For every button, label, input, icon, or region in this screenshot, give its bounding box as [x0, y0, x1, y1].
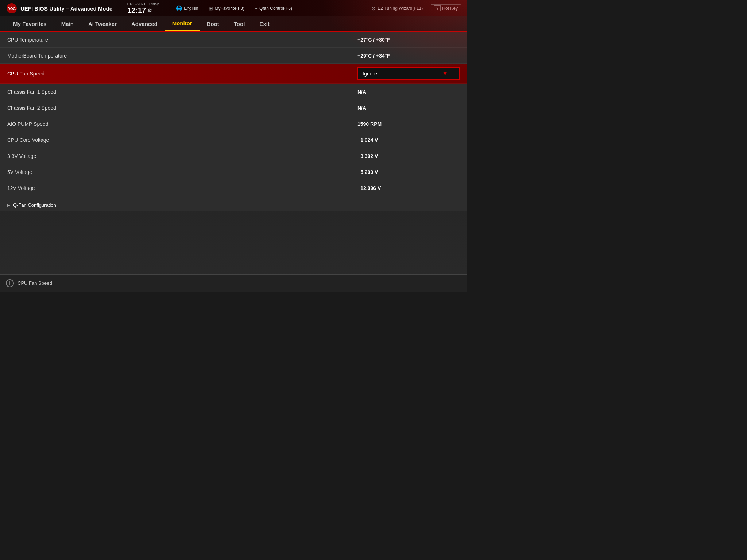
rog-icon: ROG	[6, 3, 18, 14]
info-bar: i CPU Fan Speed	[0, 274, 467, 292]
nav-tool[interactable]: Tool	[227, 16, 252, 31]
33v-voltage-label: 3.3V Voltage	[7, 153, 357, 159]
cpu-temperature-label: CPU Temperature	[7, 37, 357, 43]
date-text: 01/22/2021 Friday	[127, 2, 159, 6]
section-divider	[7, 198, 460, 198]
qfan-btn[interactable]: ⌁ Qfan Control(F6)	[252, 4, 294, 12]
cpu-core-voltage-value: +1.024 V	[357, 137, 460, 143]
info-icon-text: i	[9, 280, 11, 286]
5v-voltage-value: +5.200 V	[357, 169, 460, 175]
datetime-block: 01/22/2021 Friday 12:17 ⚙	[127, 2, 159, 15]
date-value: 01/22/2021	[127, 2, 146, 6]
nav-ai-tweaker[interactable]: Ai Tweaker	[81, 16, 124, 31]
nav-boot[interactable]: Boot	[200, 16, 227, 31]
section-expand-icon: ▶	[7, 203, 10, 207]
33v-voltage-value: +3.392 V	[357, 153, 460, 159]
chassis-fan2-value: N/A	[357, 105, 460, 111]
cpu-fan-speed-dropdown-value: Ignore	[363, 71, 377, 77]
myfavorite-label: MyFavorite(F3)	[215, 6, 244, 11]
chassis-fan1-value: N/A	[357, 89, 460, 95]
bios-title: UEFI BIOS Utility – Advanced Mode	[20, 5, 112, 12]
5v-voltage-row: 5V Voltage +5.200 V	[0, 164, 467, 180]
aio-pump-value: 1590 RPM	[357, 121, 460, 127]
12v-voltage-label: 12V Voltage	[7, 185, 357, 191]
cpu-core-voltage-row: CPU Core Voltage +1.024 V	[0, 132, 467, 148]
header-divider-2	[166, 3, 166, 14]
bios-window: ROG UEFI BIOS Utility – Advanced Mode 01…	[0, 0, 467, 292]
info-icon: i	[6, 279, 14, 287]
myfavorite-icon: ⊞	[209, 5, 213, 11]
chassis-fan2-row: Chassis Fan 2 Speed N/A	[0, 100, 467, 116]
5v-voltage-label: 5V Voltage	[7, 169, 357, 175]
time-value: 12:17	[127, 6, 146, 15]
rog-logo: ROG UEFI BIOS Utility – Advanced Mode	[6, 3, 112, 14]
chassis-fan1-row: Chassis Fan 1 Speed N/A	[0, 84, 467, 100]
time-display: 12:17 ⚙	[127, 6, 152, 15]
12v-voltage-value: +12.096 V	[357, 185, 460, 191]
svg-text:ROG: ROG	[8, 7, 16, 11]
language-btn[interactable]: 🌐 English	[174, 4, 200, 12]
qfan-label: Qfan Control(F6)	[259, 6, 292, 11]
nav-main[interactable]: Main	[54, 16, 81, 31]
qfan-config-section[interactable]: ▶ Q-Fan Configuration	[0, 199, 467, 211]
chassis-fan1-label: Chassis Fan 1 Speed	[7, 89, 357, 95]
cpu-core-voltage-label: CPU Core Voltage	[7, 137, 357, 143]
nav-exit[interactable]: Exit	[252, 16, 277, 31]
nav-advanced[interactable]: Advanced	[124, 16, 165, 31]
dropdown-arrow-icon: ▼	[442, 70, 448, 77]
33v-voltage-row: 3.3V Voltage +3.392 V	[0, 148, 467, 164]
cpu-fan-speed-dropdown[interactable]: Ignore ▼	[357, 67, 460, 80]
qfan-icon: ⌁	[255, 5, 258, 11]
header-divider-1	[120, 3, 120, 14]
aio-pump-row: AIO PUMP Speed 1590 RPM	[0, 116, 467, 132]
bg-decoration	[321, 0, 467, 73]
day-value: Friday	[148, 2, 159, 6]
qfan-config-label: Q-Fan Configuration	[13, 202, 56, 208]
chassis-fan2-label: Chassis Fan 2 Speed	[7, 105, 357, 111]
settings-icon[interactable]: ⚙	[147, 8, 152, 13]
language-icon: 🌐	[176, 5, 182, 11]
cpu-fan-speed-label: CPU Fan Speed	[7, 71, 357, 77]
myfavorite-btn[interactable]: ⊞ MyFavorite(F3)	[206, 4, 247, 12]
12v-voltage-row: 12V Voltage +12.096 V	[0, 180, 467, 196]
aio-pump-label: AIO PUMP Speed	[7, 121, 357, 127]
nav-my-favorites[interactable]: My Favorites	[6, 16, 54, 31]
nav-monitor[interactable]: Monitor	[165, 16, 200, 31]
info-description: CPU Fan Speed	[18, 280, 52, 286]
motherboard-temperature-label: MotherBoard Temperature	[7, 53, 357, 59]
language-label: English	[184, 6, 198, 11]
